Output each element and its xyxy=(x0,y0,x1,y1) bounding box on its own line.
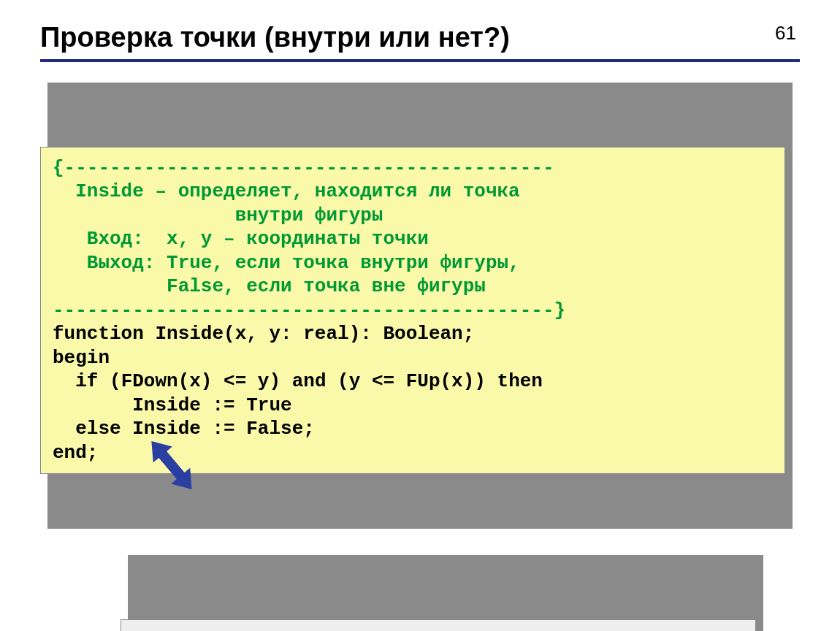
keyword-if: if xyxy=(53,370,98,392)
keyword-false: False xyxy=(246,418,303,440)
code-text: (y <= FUp(x)) xyxy=(326,370,497,392)
keyword-function: function xyxy=(53,323,144,345)
keyword-true: True xyxy=(246,394,291,416)
page-number: 61 xyxy=(775,22,796,45)
comment-line: ----------------------------------------… xyxy=(53,299,565,321)
code-text: Inside(x, y: real): Boolean; xyxy=(144,323,474,345)
comment-line: {---------------------------------------… xyxy=(53,157,554,179)
comment-line: False, если точка вне фигуры xyxy=(53,275,486,297)
keyword-then: then xyxy=(497,370,543,392)
comment-line: Inside – определяет, находится ли точка xyxy=(53,180,520,202)
code-text: Inside := xyxy=(53,394,246,416)
keyword-else: else xyxy=(53,418,121,440)
double-arrow-icon xyxy=(139,432,205,501)
keyword-end: end; xyxy=(53,442,98,464)
slide-title: Проверка точки (внутри или нет?) xyxy=(40,22,800,53)
comment-line: Выход: True, если точка внутри фигуры, xyxy=(53,252,520,274)
keyword-and: and xyxy=(292,370,327,392)
code-text: (FDown(x) <= y) xyxy=(98,370,291,392)
comment-line: Вход: x, y – координаты точки xyxy=(53,228,429,250)
slide: 61 Проверка точки (внутри или нет?) {---… xyxy=(0,0,840,631)
keyword-begin: begin xyxy=(53,347,110,369)
code-block-alt: function Inside(x, y: real): Boolean; be… xyxy=(121,548,756,631)
code-text: ; xyxy=(303,418,315,440)
svg-marker-0 xyxy=(142,433,201,497)
title-rule xyxy=(40,59,800,62)
comment-line: внутри фигуры xyxy=(53,204,383,226)
